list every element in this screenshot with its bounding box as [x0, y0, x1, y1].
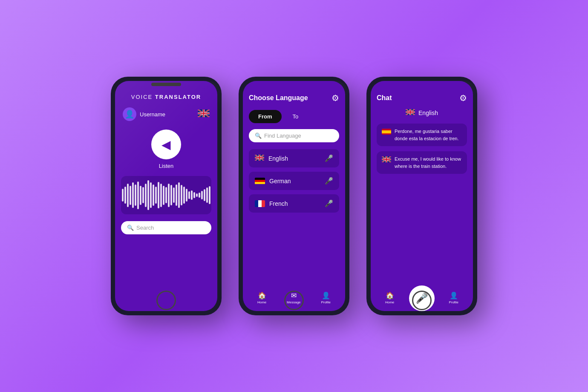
- phone-1-screen: VOICE TRANSLATOR 👤 Username: [115, 81, 217, 311]
- phone-2-screen: Choose Language ⚙ From To 🔍 Find Languag…: [243, 81, 345, 311]
- waveform-display: [121, 176, 211, 214]
- waveform-bar: [186, 189, 187, 202]
- waveform-bar: [160, 184, 162, 207]
- uk-flag-icon: [198, 110, 210, 119]
- chat-settings-icon[interactable]: ⚙: [459, 93, 467, 103]
- find-language-bar[interactable]: 🔍 Find Language: [249, 129, 339, 142]
- chat-uk-flag-icon: [406, 109, 415, 117]
- settings-gear-icon[interactable]: ⚙: [331, 93, 339, 103]
- waveform-bar: [147, 180, 149, 210]
- waveform-bar: [204, 189, 205, 201]
- listen-section: ◀ Listen: [121, 130, 211, 169]
- waveform-bar: [188, 191, 190, 199]
- find-search-icon: 🔍: [255, 133, 262, 139]
- search-icon: 🔍: [127, 225, 134, 231]
- lang-item-german[interactable]: German 🎤: [249, 172, 339, 190]
- chat-messages: Perdone, me gustaria saber donde esta la…: [371, 124, 473, 280]
- german-mic-icon: 🎤: [325, 177, 333, 185]
- waveform-bar: [191, 190, 193, 200]
- nav-home-3[interactable]: 🏠 Home: [385, 291, 394, 304]
- lang-german-left: German: [255, 178, 291, 184]
- nav-message-3[interactable]: ✉ Message: [415, 291, 428, 304]
- chat-title: Chat: [377, 94, 392, 102]
- waveform-bar: [165, 187, 167, 203]
- message-label-2: Message: [287, 300, 300, 304]
- user-row: 👤 Username: [121, 107, 211, 121]
- waveform-bar: [137, 182, 139, 209]
- waveform-bar: [183, 187, 185, 204]
- nav-profile-2[interactable]: 👤 Profile: [321, 291, 331, 304]
- tab-from[interactable]: From: [249, 110, 282, 123]
- waveform-bar: [153, 184, 154, 206]
- bubble-1-top: Perdone, me gustaria saber donde esta la…: [382, 128, 462, 142]
- bottom-nav-2: 🏠 Home ✉ Message 👤 Profile: [243, 288, 345, 311]
- waveform-bar: [193, 192, 195, 198]
- waveform: [121, 180, 211, 210]
- listen-label: Listen: [159, 163, 174, 169]
- from-to-tabs: From To: [243, 110, 345, 123]
- home-icon-2: 🏠: [258, 291, 266, 300]
- phone1-header: VOICE TRANSLATOR: [121, 93, 211, 101]
- message-label-3: Message: [415, 300, 428, 304]
- waveform-bar: [130, 186, 131, 205]
- german-label: German: [269, 178, 291, 184]
- waveform-bar: [145, 184, 147, 207]
- spanish-flag-icon: [382, 129, 391, 135]
- nav-home-2[interactable]: 🏠 Home: [257, 291, 266, 304]
- waveform-bar: [168, 184, 170, 207]
- phone-1: VOICE TRANSLATOR 👤 Username: [111, 77, 222, 315]
- lang-english-left: English: [255, 155, 288, 162]
- lang-french-left: French: [255, 200, 288, 207]
- english-label: English: [268, 155, 288, 162]
- waveform-bar: [132, 182, 134, 208]
- waveform-bar: [163, 186, 164, 205]
- waveform-bar: [206, 187, 208, 203]
- phone-3: Chat ⚙ English: [366, 77, 477, 315]
- waveform-bar: [155, 187, 157, 204]
- choose-language-title: Choose Language: [249, 94, 308, 102]
- home-label-2: Home: [257, 300, 266, 304]
- find-lang-placeholder: Find Language: [264, 133, 301, 139]
- waveform-bar: [150, 182, 152, 208]
- message-2-text: Excuse me, I would like to know where is…: [395, 156, 462, 170]
- waveform-bar: [158, 182, 159, 208]
- lang-item-french[interactable]: French 🎤: [249, 194, 339, 213]
- waveform-bar: [142, 187, 144, 203]
- message-icon-2: ✉: [291, 291, 297, 300]
- home-label-3: Home: [385, 300, 394, 304]
- waveform-bar: [209, 186, 210, 204]
- voice-label: VOICE: [131, 94, 155, 100]
- nav-message-2[interactable]: ✉ Message: [287, 291, 300, 304]
- phones-container: VOICE TRANSLATOR 👤 Username: [111, 77, 477, 315]
- waveform-bar: [124, 187, 126, 204]
- phone-3-screen: Chat ⚙ English: [371, 81, 473, 311]
- listen-button[interactable]: ◀: [151, 130, 181, 159]
- lang-item-english[interactable]: English 🎤: [249, 149, 339, 167]
- german-flag-icon: [255, 178, 265, 184]
- language-list: English 🎤 German 🎤: [243, 149, 345, 311]
- waveform-bar: [173, 187, 175, 203]
- search-placeholder: Search: [136, 225, 154, 231]
- nav-profile-3[interactable]: 👤 Profile: [449, 291, 458, 304]
- phone-2: Choose Language ⚙ From To 🔍 Find Languag…: [239, 77, 349, 315]
- chat-lang-label: English: [418, 110, 438, 116]
- waveform-bar: [181, 185, 182, 205]
- waveform-bar: [178, 182, 180, 208]
- person-icon: 👤: [125, 110, 134, 119]
- user-info: 👤 Username: [123, 107, 165, 121]
- waveform-bar: [135, 184, 136, 206]
- search-bar[interactable]: 🔍 Search: [121, 221, 211, 234]
- profile-label-3: Profile: [449, 300, 458, 304]
- mic-button-icon: 🎤: [415, 292, 428, 304]
- waveform-bar: [196, 193, 198, 197]
- profile-label-2: Profile: [321, 300, 331, 304]
- chat-bubble-2: Excuse me, I would like to know where is…: [377, 151, 467, 174]
- waveform-bar: [199, 193, 200, 198]
- phone2-header: Choose Language ⚙: [243, 93, 345, 103]
- translator-label: TRANSLATOR: [155, 94, 201, 100]
- tab-to[interactable]: To: [285, 110, 306, 123]
- french-flag-icon: [255, 200, 265, 207]
- chat-header: Chat ⚙: [371, 93, 473, 103]
- french-label: French: [269, 200, 288, 207]
- chat-lang-row: English: [371, 109, 473, 117]
